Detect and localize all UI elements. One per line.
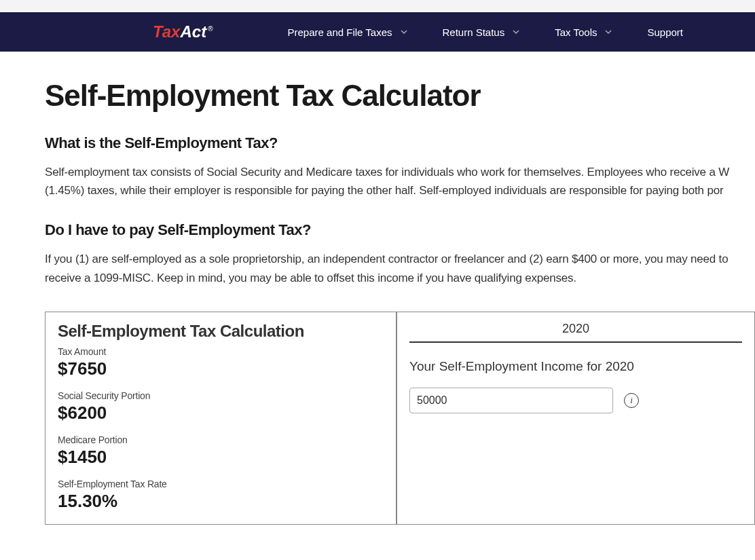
year-tab-container: 2020	[409, 322, 742, 343]
info-icon[interactable]: i	[624, 393, 639, 408]
rate-value: 15.30%	[58, 491, 384, 512]
main-content: Self-Employment Tax Calculator What is t…	[0, 52, 755, 560]
calculator-results-panel: Self-Employment Tax Calculation Tax Amou…	[45, 312, 397, 524]
tax-amount-value: $7650	[58, 358, 384, 379]
social-security-label: Social Security Portion	[58, 390, 384, 401]
calculator-container: Self-Employment Tax Calculation Tax Amou…	[45, 312, 755, 525]
income-input[interactable]	[409, 388, 613, 413]
logo-tax-text: Tax	[153, 22, 180, 41]
chevron-down-icon	[605, 29, 612, 35]
medicare-label: Medicare Portion	[58, 434, 384, 445]
page-title: Self-Employment Tax Calculator	[45, 79, 755, 113]
logo-act-text: Act	[180, 22, 206, 41]
brand-logo[interactable]: Tax Act ®	[153, 22, 213, 41]
section-heading-do-i-pay: Do I have to pay Self-Employment Tax?	[45, 221, 755, 239]
nav-label: Prepare and File Taxes	[288, 26, 392, 38]
top-navbar: Tax Act ® Prepare and File Taxes Return …	[0, 12, 755, 52]
chevron-down-icon	[401, 29, 407, 35]
calculator-title: Self-Employment Tax Calculation	[58, 322, 384, 341]
nav-tax-tools[interactable]: Tax Tools	[555, 26, 612, 38]
nav-items: Prepare and File Taxes Return Status Tax…	[288, 26, 684, 38]
tax-amount-label: Tax Amount	[58, 346, 384, 357]
section-text-what-is: Self-employment tax consists of Social S…	[45, 163, 755, 200]
calculator-input-panel: 2020 Your Self-Employment Income for 202…	[397, 312, 754, 524]
section-text-do-i-pay: If you (1) are self-employed as a sole p…	[45, 250, 755, 286]
nav-support[interactable]: Support	[647, 26, 683, 38]
nav-label: Return Status	[443, 26, 505, 38]
nav-label: Tax Tools	[555, 26, 597, 38]
rate-label: Self-Employment Tax Rate	[58, 479, 384, 489]
nav-prepare-file[interactable]: Prepare and File Taxes	[288, 26, 407, 38]
income-input-row: i	[409, 388, 742, 413]
section-heading-what-is: What is the Self-Employment Tax?	[45, 134, 755, 152]
top-bar	[0, 0, 755, 12]
nav-label: Support	[647, 26, 683, 38]
medicare-value: $1450	[58, 447, 384, 468]
social-security-value: $6200	[58, 403, 384, 424]
income-input-label: Your Self-Employment Income for 2020	[409, 359, 742, 374]
logo-dot: ®	[208, 25, 213, 33]
nav-return-status[interactable]: Return Status	[443, 26, 520, 38]
chevron-down-icon	[513, 29, 519, 35]
year-tab-2020[interactable]: 2020	[562, 322, 589, 336]
